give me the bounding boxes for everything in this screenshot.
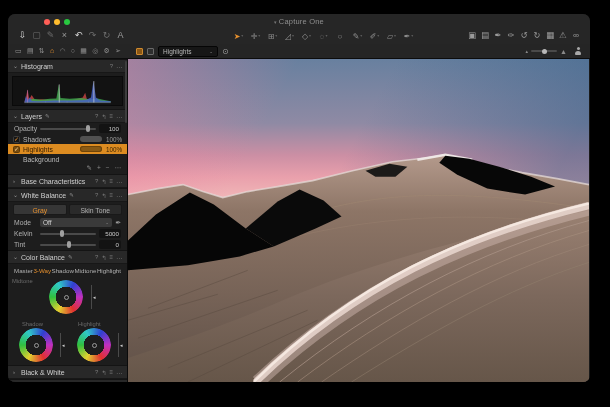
tab-shadow[interactable]: Shadow bbox=[52, 266, 74, 275]
zoom-slider-knob[interactable] bbox=[542, 49, 547, 54]
base-characteristics-header[interactable]: › Base Characteristics ? ↰ ≡ ⋯ bbox=[8, 174, 127, 188]
help-icon[interactable]: ? bbox=[95, 113, 98, 120]
collapse-icon[interactable]: ⌄ bbox=[13, 60, 19, 72]
opacity-value[interactable]: 100 bbox=[99, 124, 121, 133]
browser-toggle-icon[interactable]: ▤ bbox=[479, 28, 491, 43]
spot-tool-icon[interactable]: ◌ bbox=[315, 28, 332, 44]
tab-3-way[interactable]: 3-Way bbox=[33, 266, 51, 275]
tab-output-icon[interactable]: ⚙ bbox=[104, 44, 110, 58]
opacity-slider[interactable] bbox=[40, 128, 96, 130]
viewer-toggle-icon[interactable]: ▣ bbox=[466, 28, 478, 43]
mask-outline-icon[interactable] bbox=[147, 48, 154, 55]
slider-arrow-icon[interactable]: ◂ bbox=[120, 343, 123, 348]
tab-library-icon[interactable]: ▭ bbox=[15, 44, 22, 58]
more-icon[interactable]: ⋯ bbox=[116, 254, 122, 261]
rotate-icon[interactable]: ↻ bbox=[100, 28, 113, 43]
sidebar-scrollbar[interactable] bbox=[125, 61, 127, 123]
zoom-out-icon[interactable]: ▴ bbox=[526, 48, 529, 54]
copy-icon[interactable]: ↰ bbox=[101, 113, 106, 120]
keystone-tool-icon[interactable]: ◇ bbox=[298, 28, 315, 44]
rotate-ccw-icon[interactable]: ↺ bbox=[518, 28, 530, 43]
tab-details-icon[interactable]: ○ bbox=[71, 44, 75, 58]
tab-metadata-icon[interactable]: ◎ bbox=[92, 44, 98, 58]
layers-header[interactable]: ⌄ Layers ✎ ? ↰ ≡ ⋯ bbox=[8, 109, 127, 123]
edit-icon[interactable]: ✎ bbox=[44, 28, 57, 43]
eraser-tool-icon[interactable]: ✐ bbox=[366, 28, 383, 44]
tint-value[interactable]: 0 bbox=[99, 240, 121, 249]
kelvin-slider-knob[interactable] bbox=[60, 230, 64, 237]
eyedropper-tool-icon[interactable]: ✒ bbox=[400, 28, 417, 44]
collapse-icon[interactable]: › bbox=[13, 380, 19, 382]
opacity-slider-knob[interactable] bbox=[86, 125, 90, 132]
tint-slider-knob[interactable] bbox=[67, 241, 71, 248]
mask-tool-icon[interactable]: ○ bbox=[332, 28, 349, 44]
layer-checkbox[interactable]: ✓ bbox=[13, 136, 20, 143]
zoom-in-icon[interactable]: ▲ bbox=[560, 48, 567, 55]
tint-slider[interactable] bbox=[40, 244, 96, 246]
pan-tool-icon[interactable]: ✛ bbox=[247, 28, 264, 44]
shadow-color-wheel[interactable] bbox=[19, 328, 53, 362]
more-icon[interactable]: ⋯ bbox=[116, 192, 122, 199]
exposure-warning-icon[interactable]: ⚠ bbox=[557, 28, 569, 43]
layer-row-shadows[interactable]: ✓ Shadows 100% bbox=[8, 134, 127, 144]
user-icon[interactable] bbox=[574, 47, 582, 55]
presets-icon[interactable]: ≡ bbox=[109, 369, 113, 376]
presets-icon[interactable]: ≡ bbox=[109, 113, 113, 120]
tab-batch-icon[interactable]: ➢ bbox=[115, 44, 121, 58]
camera-icon[interactable]: ▢ bbox=[30, 28, 43, 43]
copy-icon[interactable]: ↰ bbox=[101, 369, 106, 376]
annotations-icon[interactable]: A bbox=[114, 28, 127, 43]
tab-master[interactable]: Master bbox=[14, 266, 33, 275]
more-icon[interactable]: ⋯ bbox=[116, 178, 122, 185]
collapse-icon[interactable]: › bbox=[13, 366, 19, 378]
tab-exposure-icon[interactable]: ◠ bbox=[59, 44, 65, 58]
more-icon[interactable]: ⋯ bbox=[116, 369, 122, 376]
more-icon[interactable]: ⋯ bbox=[116, 63, 122, 70]
loupe-icon[interactable]: ⊙ bbox=[222, 47, 229, 56]
presets-icon[interactable]: ≡ bbox=[109, 192, 113, 199]
wheel-center-dot[interactable] bbox=[64, 295, 69, 300]
grid-icon[interactable]: ▦ bbox=[544, 28, 556, 43]
more-icon[interactable]: ⋯ bbox=[116, 113, 122, 120]
midtone-color-wheel[interactable] bbox=[49, 280, 83, 314]
presets-icon[interactable]: ≡ bbox=[109, 178, 113, 185]
copy-icon[interactable]: ↰ bbox=[101, 192, 106, 199]
select-tool-icon[interactable]: ➤ bbox=[230, 28, 247, 44]
layer-select-dropdown[interactable]: Highlights ⌄ bbox=[158, 46, 218, 57]
crop-tool-icon[interactable]: ⊞ bbox=[264, 28, 281, 44]
proof-icon[interactable]: ∞ bbox=[570, 28, 582, 43]
histogram-header[interactable]: ⌄ Histogram ? ⋯ bbox=[8, 59, 127, 73]
copy-icon[interactable]: ↰ bbox=[101, 178, 106, 185]
tab-highlight[interactable]: Highlight bbox=[97, 266, 121, 275]
help-icon[interactable]: ? bbox=[95, 369, 98, 376]
slider-arrow-icon[interactable]: ◂ bbox=[62, 343, 65, 348]
collapse-icon[interactable]: ⌄ bbox=[13, 110, 19, 122]
tab-color-icon[interactable]: ⌂ bbox=[50, 44, 54, 58]
color-balance-header[interactable]: ⌄ Color Balance ✎ ? ↰ ≡ ⋯ bbox=[8, 250, 127, 264]
straighten-tool-icon[interactable]: ◿ bbox=[281, 28, 298, 44]
tab-midtone[interactable]: Midtone bbox=[74, 266, 96, 275]
remove-layer-icon[interactable]: − bbox=[106, 164, 110, 172]
shadow-lightness-slider[interactable] bbox=[60, 333, 61, 357]
layer-checkbox[interactable]: ✓ bbox=[13, 146, 20, 153]
tab-adjustments-icon[interactable]: ▦ bbox=[80, 44, 87, 58]
color-editor-header[interactable]: › Color Editor ✎ ? ↰ ≡ ⋯ bbox=[8, 379, 127, 382]
redo-icon[interactable]: ↷ bbox=[86, 28, 99, 43]
mask-fill-icon[interactable] bbox=[136, 48, 143, 55]
delete-icon[interactable]: × bbox=[58, 28, 71, 43]
highlight-lightness-slider[interactable] bbox=[118, 333, 119, 357]
annotate-pen-icon[interactable]: ✒ bbox=[492, 28, 504, 43]
kelvin-value[interactable]: 5000 bbox=[99, 229, 121, 238]
help-icon[interactable]: ? bbox=[95, 254, 98, 261]
presets-icon[interactable]: ≡ bbox=[109, 254, 113, 261]
white-balance-header[interactable]: ⌄ White Balance ✎ ? ↰ ≡ ⋯ bbox=[8, 188, 127, 202]
wheel-center-dot[interactable] bbox=[92, 343, 97, 348]
collapse-icon[interactable]: ⌄ bbox=[13, 189, 19, 201]
collapse-icon[interactable]: › bbox=[13, 175, 19, 187]
tab-capture-icon[interactable]: ▤ bbox=[27, 44, 34, 58]
layer-row-background[interactable]: Background bbox=[8, 154, 127, 164]
collapse-icon[interactable]: ⌄ bbox=[13, 251, 19, 263]
zoom-slider[interactable] bbox=[531, 50, 557, 52]
midtone-lightness-slider[interactable] bbox=[91, 285, 92, 309]
wheel-center-dot[interactable] bbox=[34, 343, 39, 348]
